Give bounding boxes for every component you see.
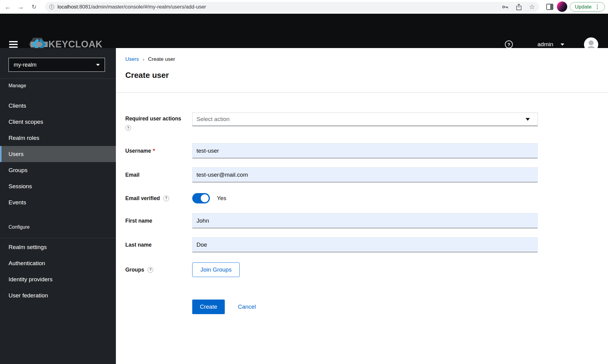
- main-content: Users › Create user Create user Required…: [116, 48, 608, 364]
- breadcrumb-users-link[interactable]: Users: [125, 56, 139, 62]
- sidebar-item-realm-roles[interactable]: Realm roles: [0, 130, 116, 146]
- sidebar-item-authentication[interactable]: Authentication: [0, 255, 116, 271]
- help-icon[interactable]: ?: [505, 40, 513, 48]
- email-verified-help-icon[interactable]: ?: [163, 196, 169, 201]
- manage-nav-list: Clients Client scopes Realm roles Users …: [0, 98, 116, 210]
- email-verified-state: Yes: [217, 195, 226, 202]
- sidebar-item-clients[interactable]: Clients: [0, 98, 116, 114]
- username-row: Username*: [125, 143, 538, 158]
- required-user-actions-help-icon[interactable]: ?: [125, 125, 131, 131]
- groups-label: Groups: [125, 267, 144, 273]
- groups-row: Groups ? Join Groups: [125, 262, 240, 277]
- username-label-wrap: Username*: [125, 148, 192, 154]
- configure-nav-list: Realm settings Authentication Identity p…: [0, 239, 116, 303]
- join-groups-button[interactable]: Join Groups: [192, 262, 240, 277]
- side-panel-icon[interactable]: [546, 3, 554, 11]
- masthead: KEYCLOAK ? admin: [0, 14, 608, 48]
- sidebar-nav: my-realm Manage Clients Client scopes Re…: [0, 48, 116, 364]
- password-key-icon[interactable]: [502, 3, 509, 11]
- sidebar-item-user-federation[interactable]: User federation: [0, 287, 116, 303]
- required-user-actions-label: Required user actions: [125, 116, 181, 122]
- breadcrumb-current: Create user: [148, 56, 175, 62]
- update-button[interactable]: Update ⋮: [570, 2, 605, 12]
- create-button[interactable]: Create: [192, 300, 225, 314]
- cancel-button[interactable]: Cancel: [238, 303, 256, 310]
- update-label: Update: [575, 4, 592, 10]
- username-label: Username: [125, 148, 151, 154]
- sidebar-item-users[interactable]: Users: [0, 146, 116, 162]
- required-asterisk: *: [153, 148, 155, 154]
- username-input[interactable]: [192, 143, 538, 158]
- chevron-down-icon: [526, 118, 530, 121]
- sidebar-divider: [0, 238, 116, 238]
- url-path: :8081/admin/master/console/#/my-realm/us…: [78, 4, 206, 10]
- page-title: Create user: [125, 71, 169, 80]
- url-text: localhost:8081/admin/master/console/#/my…: [57, 4, 206, 10]
- user-menu[interactable]: admin: [537, 41, 564, 48]
- groups-help-icon[interactable]: ?: [148, 267, 153, 273]
- browser-menu-icon[interactable]: ⋮: [595, 4, 600, 10]
- select-placeholder: Select action: [196, 116, 230, 123]
- first-name-label-wrap: First name: [125, 218, 192, 224]
- browser-profile-avatar[interactable]: [557, 2, 567, 12]
- forward-icon[interactable]: →: [15, 0, 27, 14]
- title-divider: [116, 92, 608, 93]
- address-bar[interactable]: i localhost:8081/admin/master/console/#/…: [45, 2, 539, 12]
- breadcrumb: Users › Create user: [125, 56, 175, 63]
- first-name-field[interactable]: [192, 213, 538, 228]
- sidebar-item-client-scopes[interactable]: Client scopes: [0, 114, 116, 130]
- sidebar-item-identity-providers[interactable]: Identity providers: [0, 271, 116, 287]
- breadcrumb-separator-icon: ›: [142, 56, 144, 63]
- back-icon[interactable]: ←: [2, 0, 14, 14]
- sidebar-item-groups[interactable]: Groups: [0, 162, 116, 178]
- email-field[interactable]: [192, 167, 538, 182]
- email-row: Email: [125, 167, 538, 182]
- bookmark-star-icon[interactable]: ☆: [529, 4, 535, 10]
- sidebar-item-sessions[interactable]: Sessions: [0, 178, 116, 194]
- toggle-knob: [201, 194, 209, 202]
- realm-selector-value: my-realm: [14, 62, 36, 68]
- sidebar-item-realm-settings[interactable]: Realm settings: [0, 239, 116, 255]
- groups-label-wrap: Groups ?: [125, 267, 192, 273]
- required-user-actions-row: Required user actions ? Select action: [125, 113, 538, 131]
- last-name-label: Last name: [125, 242, 152, 248]
- site-info-icon[interactable]: i: [49, 5, 54, 9]
- realm-selector[interactable]: my-realm: [9, 58, 105, 72]
- reload-icon[interactable]: ↻: [28, 0, 40, 14]
- url-host: localhost: [57, 4, 78, 10]
- chevron-down-icon: [96, 64, 100, 66]
- email-verified-label: Email verified: [125, 195, 160, 202]
- form-actions-row: Create Cancel: [125, 300, 256, 314]
- browser-toolbar: ← → ↻ i localhost:8081/admin/master/cons…: [0, 0, 608, 14]
- share-icon[interactable]: [515, 3, 523, 11]
- chevron-down-icon: [561, 43, 564, 46]
- email-verified-row: Email verified ? Yes: [125, 193, 226, 203]
- last-name-label-wrap: Last name: [125, 242, 192, 248]
- email-verified-label-wrap: Email verified ?: [125, 195, 192, 202]
- address-bar-actions: ☆: [502, 3, 535, 11]
- sidebar-item-events[interactable]: Events: [0, 194, 116, 210]
- first-name-row: First name: [125, 213, 538, 228]
- email-verified-toggle[interactable]: [192, 193, 210, 203]
- last-name-field[interactable]: [192, 237, 538, 252]
- nav-group-manage: Manage: [9, 83, 26, 88]
- required-user-actions-label-wrap: Required user actions ?: [125, 113, 192, 131]
- nav-group-configure: Configure: [9, 224, 30, 230]
- required-user-actions-select[interactable]: Select action: [192, 113, 538, 126]
- user-menu-label: admin: [537, 41, 553, 48]
- first-name-label: First name: [125, 218, 152, 224]
- email-label: Email: [125, 172, 140, 178]
- sidebar-divider: [0, 78, 116, 79]
- last-name-row: Last name: [125, 237, 538, 252]
- email-label-wrap: Email: [125, 172, 192, 178]
